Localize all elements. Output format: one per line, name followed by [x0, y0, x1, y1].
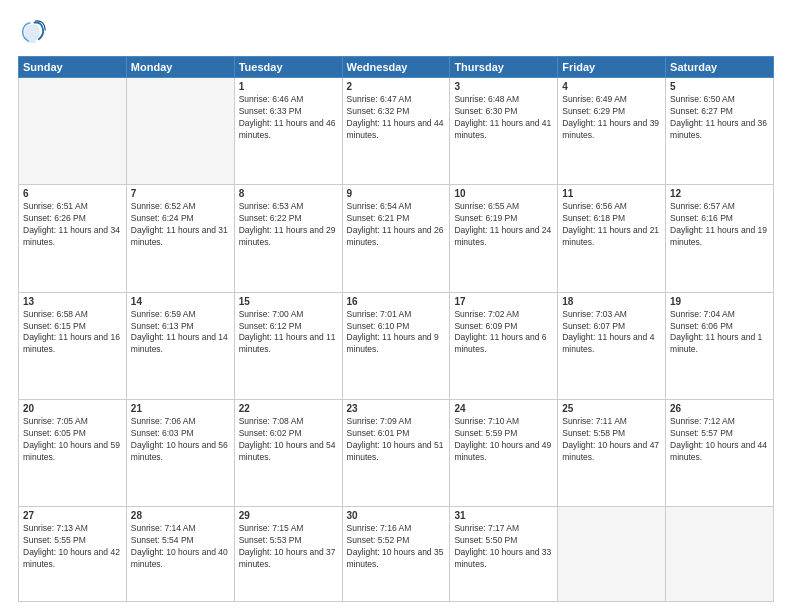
day-number: 23	[347, 403, 446, 414]
cell-content: Sunrise: 7:03 AM Sunset: 6:07 PM Dayligh…	[562, 309, 661, 357]
calendar-cell: 1Sunrise: 6:46 AM Sunset: 6:33 PM Daylig…	[234, 78, 342, 185]
week-row-4: 20Sunrise: 7:05 AM Sunset: 6:05 PM Dayli…	[19, 399, 774, 506]
day-number: 21	[131, 403, 230, 414]
calendar-cell: 15Sunrise: 7:00 AM Sunset: 6:12 PM Dayli…	[234, 292, 342, 399]
cell-content: Sunrise: 6:52 AM Sunset: 6:24 PM Dayligh…	[131, 201, 230, 249]
header-cell-friday: Friday	[558, 57, 666, 78]
cell-content: Sunrise: 6:46 AM Sunset: 6:33 PM Dayligh…	[239, 94, 338, 142]
calendar-cell: 21Sunrise: 7:06 AM Sunset: 6:03 PM Dayli…	[126, 399, 234, 506]
day-number: 28	[131, 510, 230, 521]
logo	[18, 18, 48, 46]
day-number: 27	[23, 510, 122, 521]
day-number: 20	[23, 403, 122, 414]
calendar-cell: 4Sunrise: 6:49 AM Sunset: 6:29 PM Daylig…	[558, 78, 666, 185]
cell-content: Sunrise: 7:06 AM Sunset: 6:03 PM Dayligh…	[131, 416, 230, 464]
header-cell-tuesday: Tuesday	[234, 57, 342, 78]
calendar-cell	[126, 78, 234, 185]
day-number: 29	[239, 510, 338, 521]
cell-content: Sunrise: 7:01 AM Sunset: 6:10 PM Dayligh…	[347, 309, 446, 357]
cell-content: Sunrise: 6:55 AM Sunset: 6:19 PM Dayligh…	[454, 201, 553, 249]
week-row-2: 6Sunrise: 6:51 AM Sunset: 6:26 PM Daylig…	[19, 185, 774, 292]
calendar-cell: 9Sunrise: 6:54 AM Sunset: 6:21 PM Daylig…	[342, 185, 450, 292]
header-cell-thursday: Thursday	[450, 57, 558, 78]
cell-content: Sunrise: 6:53 AM Sunset: 6:22 PM Dayligh…	[239, 201, 338, 249]
calendar-cell: 24Sunrise: 7:10 AM Sunset: 5:59 PM Dayli…	[450, 399, 558, 506]
day-number: 15	[239, 296, 338, 307]
day-number: 25	[562, 403, 661, 414]
cell-content: Sunrise: 6:48 AM Sunset: 6:30 PM Dayligh…	[454, 94, 553, 142]
calendar-cell: 31Sunrise: 7:17 AM Sunset: 5:50 PM Dayli…	[450, 507, 558, 602]
cell-content: Sunrise: 7:15 AM Sunset: 5:53 PM Dayligh…	[239, 523, 338, 571]
header-cell-saturday: Saturday	[666, 57, 774, 78]
calendar-cell: 16Sunrise: 7:01 AM Sunset: 6:10 PM Dayli…	[342, 292, 450, 399]
day-number: 30	[347, 510, 446, 521]
calendar-cell: 18Sunrise: 7:03 AM Sunset: 6:07 PM Dayli…	[558, 292, 666, 399]
cell-content: Sunrise: 7:02 AM Sunset: 6:09 PM Dayligh…	[454, 309, 553, 357]
week-row-5: 27Sunrise: 7:13 AM Sunset: 5:55 PM Dayli…	[19, 507, 774, 602]
day-number: 1	[239, 81, 338, 92]
header	[18, 18, 774, 46]
cell-content: Sunrise: 7:14 AM Sunset: 5:54 PM Dayligh…	[131, 523, 230, 571]
day-number: 7	[131, 188, 230, 199]
calendar-cell: 13Sunrise: 6:58 AM Sunset: 6:15 PM Dayli…	[19, 292, 127, 399]
calendar-cell: 14Sunrise: 6:59 AM Sunset: 6:13 PM Dayli…	[126, 292, 234, 399]
calendar-cell: 20Sunrise: 7:05 AM Sunset: 6:05 PM Dayli…	[19, 399, 127, 506]
day-number: 3	[454, 81, 553, 92]
day-number: 26	[670, 403, 769, 414]
cell-content: Sunrise: 7:10 AM Sunset: 5:59 PM Dayligh…	[454, 416, 553, 464]
cell-content: Sunrise: 6:57 AM Sunset: 6:16 PM Dayligh…	[670, 201, 769, 249]
day-number: 19	[670, 296, 769, 307]
calendar-cell: 28Sunrise: 7:14 AM Sunset: 5:54 PM Dayli…	[126, 507, 234, 602]
week-row-1: 1Sunrise: 6:46 AM Sunset: 6:33 PM Daylig…	[19, 78, 774, 185]
day-number: 6	[23, 188, 122, 199]
calendar-cell: 17Sunrise: 7:02 AM Sunset: 6:09 PM Dayli…	[450, 292, 558, 399]
cell-content: Sunrise: 7:09 AM Sunset: 6:01 PM Dayligh…	[347, 416, 446, 464]
cell-content: Sunrise: 7:17 AM Sunset: 5:50 PM Dayligh…	[454, 523, 553, 571]
cell-content: Sunrise: 7:12 AM Sunset: 5:57 PM Dayligh…	[670, 416, 769, 464]
day-number: 12	[670, 188, 769, 199]
calendar-cell: 29Sunrise: 7:15 AM Sunset: 5:53 PM Dayli…	[234, 507, 342, 602]
calendar-cell: 27Sunrise: 7:13 AM Sunset: 5:55 PM Dayli…	[19, 507, 127, 602]
cell-content: Sunrise: 7:16 AM Sunset: 5:52 PM Dayligh…	[347, 523, 446, 571]
cell-content: Sunrise: 7:13 AM Sunset: 5:55 PM Dayligh…	[23, 523, 122, 571]
calendar-cell: 11Sunrise: 6:56 AM Sunset: 6:18 PM Dayli…	[558, 185, 666, 292]
cell-content: Sunrise: 6:51 AM Sunset: 6:26 PM Dayligh…	[23, 201, 122, 249]
day-number: 24	[454, 403, 553, 414]
header-cell-wednesday: Wednesday	[342, 57, 450, 78]
calendar-body: 1Sunrise: 6:46 AM Sunset: 6:33 PM Daylig…	[19, 78, 774, 602]
calendar-cell: 3Sunrise: 6:48 AM Sunset: 6:30 PM Daylig…	[450, 78, 558, 185]
calendar-cell: 2Sunrise: 6:47 AM Sunset: 6:32 PM Daylig…	[342, 78, 450, 185]
day-number: 22	[239, 403, 338, 414]
logo-icon	[18, 18, 46, 46]
calendar-cell: 12Sunrise: 6:57 AM Sunset: 6:16 PM Dayli…	[666, 185, 774, 292]
calendar-cell: 7Sunrise: 6:52 AM Sunset: 6:24 PM Daylig…	[126, 185, 234, 292]
calendar-table: SundayMondayTuesdayWednesdayThursdayFrid…	[18, 56, 774, 602]
calendar-cell	[558, 507, 666, 602]
cell-content: Sunrise: 7:00 AM Sunset: 6:12 PM Dayligh…	[239, 309, 338, 357]
calendar-cell: 10Sunrise: 6:55 AM Sunset: 6:19 PM Dayli…	[450, 185, 558, 292]
cell-content: Sunrise: 7:05 AM Sunset: 6:05 PM Dayligh…	[23, 416, 122, 464]
day-number: 16	[347, 296, 446, 307]
calendar-cell: 6Sunrise: 6:51 AM Sunset: 6:26 PM Daylig…	[19, 185, 127, 292]
cell-content: Sunrise: 6:47 AM Sunset: 6:32 PM Dayligh…	[347, 94, 446, 142]
cell-content: Sunrise: 6:54 AM Sunset: 6:21 PM Dayligh…	[347, 201, 446, 249]
calendar-cell: 30Sunrise: 7:16 AM Sunset: 5:52 PM Dayli…	[342, 507, 450, 602]
cell-content: Sunrise: 7:11 AM Sunset: 5:58 PM Dayligh…	[562, 416, 661, 464]
header-row: SundayMondayTuesdayWednesdayThursdayFrid…	[19, 57, 774, 78]
day-number: 31	[454, 510, 553, 521]
day-number: 5	[670, 81, 769, 92]
page: SundayMondayTuesdayWednesdayThursdayFrid…	[0, 0, 792, 612]
day-number: 13	[23, 296, 122, 307]
cell-content: Sunrise: 6:50 AM Sunset: 6:27 PM Dayligh…	[670, 94, 769, 142]
calendar-cell: 26Sunrise: 7:12 AM Sunset: 5:57 PM Dayli…	[666, 399, 774, 506]
calendar-header: SundayMondayTuesdayWednesdayThursdayFrid…	[19, 57, 774, 78]
calendar-cell	[666, 507, 774, 602]
cell-content: Sunrise: 6:59 AM Sunset: 6:13 PM Dayligh…	[131, 309, 230, 357]
header-cell-monday: Monday	[126, 57, 234, 78]
cell-content: Sunrise: 7:04 AM Sunset: 6:06 PM Dayligh…	[670, 309, 769, 357]
day-number: 17	[454, 296, 553, 307]
day-number: 14	[131, 296, 230, 307]
day-number: 9	[347, 188, 446, 199]
cell-content: Sunrise: 6:58 AM Sunset: 6:15 PM Dayligh…	[23, 309, 122, 357]
calendar-cell: 23Sunrise: 7:09 AM Sunset: 6:01 PM Dayli…	[342, 399, 450, 506]
